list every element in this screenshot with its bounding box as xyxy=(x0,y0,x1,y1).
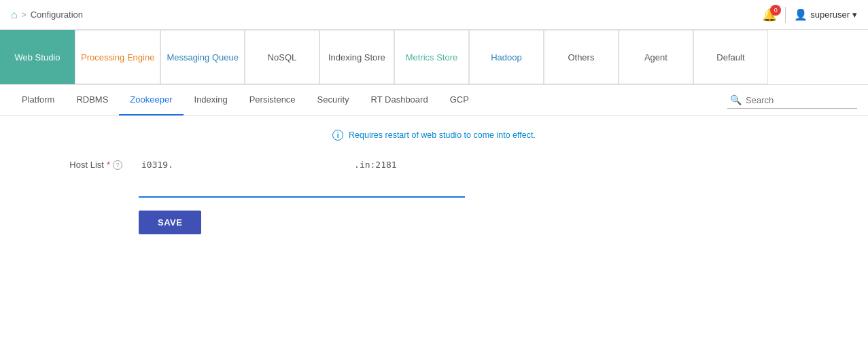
search-box: 🔍 xyxy=(727,92,857,109)
required-indicator: * xyxy=(107,160,110,170)
search-input[interactable] xyxy=(746,95,854,105)
header-divider xyxy=(785,7,786,23)
tab-gcp[interactable]: GCP xyxy=(439,85,480,115)
chevron-down-icon: ▾ xyxy=(852,10,857,20)
user-icon: 👤 xyxy=(794,8,808,21)
tab-persistence[interactable]: Persistence xyxy=(239,85,307,115)
tile-processing-engine[interactable]: Processing Engine xyxy=(75,30,160,84)
home-icon[interactable]: ⌂ xyxy=(11,9,18,21)
main-area: PlatformRDBMSZookeeperIndexingPersistenc… xyxy=(0,85,868,362)
tile-others[interactable]: Others xyxy=(544,30,619,84)
restart-notice-text: Requires restart of web studio to come i… xyxy=(349,130,536,140)
category-tiles: Web StudioProcessing EngineMessaging Que… xyxy=(0,30,868,85)
tab-rdbms[interactable]: RDBMS xyxy=(65,85,119,115)
tile-default[interactable]: Default xyxy=(693,30,768,84)
button-row: SAVE xyxy=(139,211,827,234)
tile-indexing-store[interactable]: Indexing Store xyxy=(319,30,394,84)
tabs-list: PlatformRDBMSZookeeperIndexingPersistenc… xyxy=(11,85,480,115)
header: ⌂ > Configuration 🔔 0 👤 superuser ▾ xyxy=(0,0,868,30)
tile-web-studio[interactable]: Web Studio xyxy=(0,30,75,84)
header-left: ⌂ > Configuration xyxy=(11,9,83,21)
search-icon: 🔍 xyxy=(730,94,742,105)
host-list-field: i0319. .in:2181 xyxy=(139,157,827,200)
tile-nosql[interactable]: NoSQL xyxy=(245,30,319,84)
tabs-row: PlatformRDBMSZookeeperIndexingPersistenc… xyxy=(0,85,868,116)
host-list-input[interactable]: i0319. .in:2181 xyxy=(139,157,465,198)
header-right: 🔔 0 👤 superuser ▾ xyxy=(762,7,857,23)
tile-metrics-store[interactable]: Metrics Store xyxy=(394,30,469,84)
help-icon[interactable]: ? xyxy=(113,160,122,170)
tile-messaging-queue[interactable]: Messaging Queue xyxy=(160,30,245,84)
user-label: superuser xyxy=(810,10,850,20)
form-area: i Requires restart of web studio to come… xyxy=(0,116,868,248)
tab-platform[interactable]: Platform xyxy=(11,85,65,115)
breadcrumb-separator: > xyxy=(22,10,27,20)
notifications-button[interactable]: 🔔 0 xyxy=(762,7,777,22)
tile-agent[interactable]: Agent xyxy=(619,30,693,84)
tab-indexing[interactable]: Indexing xyxy=(184,85,239,115)
user-menu-button[interactable]: 👤 superuser ▾ xyxy=(794,8,857,21)
breadcrumb: Configuration xyxy=(31,10,83,20)
host-list-row: Host List * ? i0319. .in:2181 xyxy=(41,157,827,200)
tile-hadoop[interactable]: Hadoop xyxy=(469,30,544,84)
tab-security[interactable]: Security xyxy=(307,85,360,115)
host-list-label: Host List * ? xyxy=(41,157,122,170)
notification-badge: 0 xyxy=(770,5,781,16)
tab-zookeeper[interactable]: Zookeeper xyxy=(119,85,183,115)
save-button[interactable]: SAVE xyxy=(139,211,201,234)
tab-rt-dashboard[interactable]: RT Dashboard xyxy=(360,85,439,115)
info-icon: i xyxy=(332,130,343,141)
restart-notice: i Requires restart of web studio to come… xyxy=(41,130,827,141)
